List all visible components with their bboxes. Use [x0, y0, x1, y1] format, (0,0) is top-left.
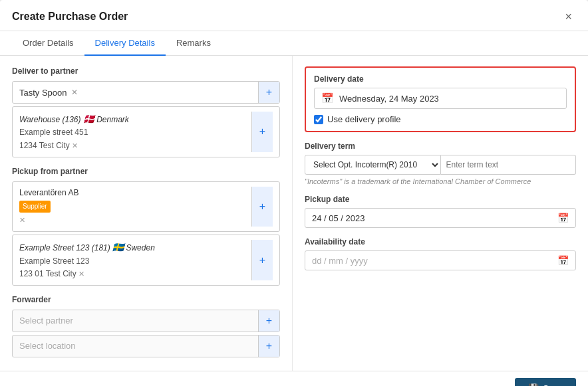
pickup-label: Pickup from partner — [12, 167, 280, 176]
denmark-flag: 🇩🇰 — [83, 114, 94, 124]
add-forwarder-partner-button[interactable]: + — [258, 310, 279, 332]
sweden-flag: 🇸🇪 — [112, 242, 124, 252]
close-button[interactable]: × — [561, 9, 576, 24]
left-panel: Deliver to partner Tasty Spoon ✕ + Wareh… — [0, 56, 293, 371]
supplier-block: Leverantören AB Supplier ✕ + — [12, 181, 280, 232]
save-label: Save — [543, 383, 563, 386]
forwarder-section: Forwarder Select partner + Select locati… — [12, 295, 280, 357]
address-text: Warehouse (136) 🇩🇰 Denmark Example stree… — [19, 112, 251, 152]
delivery-date-label: Delivery date — [314, 74, 567, 84]
add-partner-button[interactable]: + — [258, 82, 279, 103]
delivery-date-box: Delivery date 📅 Wednesday, 24 May 2023 U… — [305, 66, 576, 132]
partner-name: Tasty Spoon — [19, 88, 67, 98]
add-forwarder-location-button[interactable]: + — [258, 336, 279, 357]
address-street: Example street 451 — [19, 126, 251, 139]
tab-remarks[interactable]: Remarks — [166, 31, 221, 56]
forwarder-label: Forwarder — [12, 295, 280, 304]
tab-delivery-details[interactable]: Delivery Details — [84, 31, 166, 56]
select-location-text[interactable]: Select location — [13, 336, 258, 356]
availability-date-placeholder: dd / mm / yyyy — [312, 256, 368, 266]
select-location-row[interactable]: Select location + — [12, 335, 280, 357]
supplier-address-name: Example Street 123 (181) 🇸🇪 Sweden — [19, 240, 251, 254]
pickup-date-section: Pickup date 24 / 05 / 2023 📅 — [305, 195, 576, 228]
clear-supplier-icon[interactable]: ✕ — [19, 216, 25, 224]
select-partner-text[interactable]: Select partner — [13, 310, 258, 331]
supplier-name: Leverantören AB — [19, 187, 251, 199]
supplier-address-text: Example Street 123 (181) 🇸🇪 Sweden Examp… — [19, 240, 251, 280]
supplier-street: Example Street 123 — [19, 255, 251, 268]
pickup-section: Pickup from partner Leverantören AB Supp… — [12, 167, 280, 286]
tab-order-details[interactable]: Order Details — [12, 31, 84, 56]
partner-input-display[interactable]: Tasty Spoon ✕ — [13, 83, 258, 102]
availability-calendar-icon: 📅 — [557, 255, 569, 266]
availability-date-section: Availability date dd / mm / yyyy 📅 — [305, 237, 576, 270]
pickup-date-value: 24 / 05 / 2023 — [312, 213, 365, 223]
supplier-address-content: Example Street 123 (181) 🇸🇪 Sweden Examp… — [13, 235, 279, 285]
supplier-badge: Supplier — [19, 201, 51, 213]
supplier-text: Leverantören AB Supplier ✕ — [19, 187, 251, 227]
address-content: Warehouse (136) 🇩🇰 Denmark Example stree… — [13, 107, 279, 157]
use-delivery-profile-row: Use delivery profile — [314, 114, 567, 124]
supplier-address-block: Example Street 123 (181) 🇸🇪 Sweden Examp… — [12, 235, 280, 286]
address-city: 1234 Test City ✕ — [19, 140, 251, 152]
delivery-date-input[interactable]: 📅 Wednesday, 24 May 2023 — [314, 88, 567, 109]
use-delivery-profile-checkbox[interactable] — [314, 115, 323, 124]
modal-body: Deliver to partner Tasty Spoon ✕ + Wareh… — [0, 56, 588, 371]
supplier-content: Leverantören AB Supplier ✕ + — [13, 182, 279, 231]
deliver-to-label: Deliver to partner — [12, 66, 280, 76]
add-address-button[interactable]: + — [251, 112, 273, 152]
modal-header: Create Purchase Order × — [0, 0, 588, 31]
availability-date-field[interactable]: dd / mm / yyyy 📅 — [305, 250, 576, 270]
clear-partner-icon[interactable]: ✕ — [71, 88, 78, 97]
right-panel: Delivery date 📅 Wednesday, 24 May 2023 U… — [293, 56, 588, 371]
save-button[interactable]: 💾 Save — [515, 378, 576, 386]
pickup-date-label: Pickup date — [305, 195, 576, 204]
save-icon: 💾 — [528, 383, 539, 386]
address-name: Warehouse (136) 🇩🇰 Denmark — [19, 112, 251, 126]
term-text-input[interactable] — [441, 155, 577, 175]
clear-address-icon[interactable]: ✕ — [72, 142, 78, 149]
clear-supplier-address-icon[interactable]: ✕ — [78, 270, 84, 278]
delivery-term-label: Delivery term — [305, 142, 576, 151]
add-supplier-address-button[interactable]: + — [251, 240, 273, 280]
modal-footer: 💾 Save — [0, 371, 588, 386]
pickup-calendar-icon: 📅 — [557, 213, 569, 223]
delivery-term-section: Delivery term Select Opt. Incoterm(R) 20… — [305, 142, 576, 185]
availability-date-label: Availability date — [305, 237, 576, 246]
delivery-date-value: Wednesday, 24 May 2023 — [339, 94, 439, 104]
term-row: Select Opt. Incoterm(R) 2010 — [305, 155, 576, 175]
deliver-address-block: Warehouse (136) 🇩🇰 Denmark Example stree… — [12, 106, 280, 157]
create-purchase-order-modal: Create Purchase Order × Order Details De… — [0, 0, 588, 386]
incoterms-note: "Incoterms" is a trademark of the Intern… — [305, 177, 576, 185]
select-partner-row[interactable]: Select partner + — [12, 310, 280, 332]
supplier-city: 123 01 Test City ✕ — [19, 268, 251, 280]
calendar-icon: 📅 — [321, 92, 334, 104]
deliver-to-partner-row: Tasty Spoon ✕ + — [12, 81, 280, 104]
add-supplier-button[interactable]: + — [251, 187, 273, 227]
term-select[interactable]: Select Opt. Incoterm(R) 2010 — [305, 155, 441, 175]
modal-title: Create Purchase Order — [12, 11, 128, 23]
tab-bar: Order Details Delivery Details Remarks — [0, 31, 588, 56]
pickup-date-field[interactable]: 24 / 05 / 2023 📅 — [305, 208, 576, 228]
use-delivery-profile-label: Use delivery profile — [327, 114, 401, 124]
